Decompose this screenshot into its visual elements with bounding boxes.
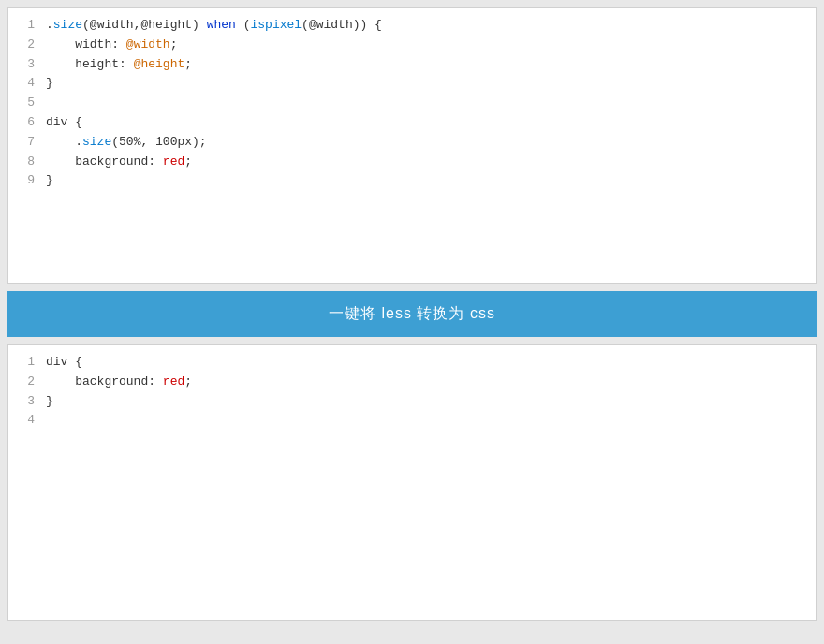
line-number: 2 [16, 36, 35, 55]
token: @width [126, 37, 170, 51]
line-number: 3 [16, 55, 35, 75]
token: background: [46, 154, 163, 168]
token: when [199, 18, 243, 32]
output-panel[interactable]: 1div {2 background: red;3}4 [7, 344, 817, 621]
line-content: background: red; [46, 373, 808, 392]
token: ; [199, 135, 207, 149]
token: div { [46, 115, 82, 129]
code-line: 1.size(@width,@height) when (ispixel(@wi… [8, 16, 816, 36]
line-number: 1 [16, 16, 35, 36]
token: ; [170, 37, 178, 51]
token: (50%, 100px) [111, 135, 199, 149]
line-content: } [46, 74, 808, 94]
line-number: 4 [16, 74, 35, 94]
token: ) { [360, 18, 382, 32]
line-number: 2 [16, 373, 35, 392]
code-line: 4} [8, 74, 816, 94]
token: background: [46, 374, 163, 388]
code-line: 4 [8, 411, 816, 431]
line-content: width: @width; [46, 36, 808, 55]
code-line: 9} [8, 171, 816, 191]
code-line: 1div { [8, 353, 816, 373]
code-line: 8 background: red; [8, 153, 816, 172]
code-line: 5 [8, 94, 816, 113]
code-line: 7 .size(50%, 100px); [8, 133, 816, 153]
line-content: div { [46, 353, 808, 373]
token: red [163, 374, 184, 388]
token: } [46, 173, 53, 187]
token: size [82, 135, 111, 149]
token: } [46, 394, 53, 408]
token: height: [46, 57, 134, 71]
line-number: 4 [16, 411, 35, 431]
input-panel[interactable]: 1.size(@width,@height) when (ispixel(@wi… [7, 7, 817, 284]
token: ispixel [250, 18, 302, 32]
code-line: 3} [8, 392, 816, 412]
line-content: background: red; [46, 153, 808, 172]
token: . [46, 135, 82, 149]
line-number: 8 [16, 153, 35, 172]
line-number: 3 [16, 392, 35, 412]
code-line: 3 height: @height; [8, 55, 816, 75]
line-content: div { [46, 113, 808, 133]
token: div { [46, 355, 82, 369]
token: ; [184, 154, 192, 168]
token: red [163, 154, 184, 168]
line-number: 6 [16, 113, 35, 133]
token: size [53, 18, 82, 32]
line-content: .size(50%, 100px); [46, 133, 808, 153]
line-number: 7 [16, 133, 35, 153]
line-content: .size(@width,@height) when (ispixel(@wid… [46, 16, 808, 36]
line-number: 9 [16, 171, 35, 191]
token: (@width) [302, 18, 360, 32]
token: ; [184, 374, 192, 388]
line-number: 5 [16, 94, 35, 113]
line-content: } [46, 171, 808, 191]
line-content: } [46, 392, 808, 412]
code-line: 6div { [8, 113, 816, 133]
line-content: height: @height; [46, 55, 808, 75]
token: } [46, 76, 53, 90]
token: . [46, 18, 53, 32]
token: ; [184, 57, 192, 71]
line-number: 1 [16, 353, 35, 373]
token: width: [46, 37, 126, 51]
code-line: 2 background: red; [8, 373, 816, 392]
token: @height [134, 57, 185, 71]
code-line: 2 width: @width; [8, 36, 816, 55]
convert-button[interactable]: 一键将 less 转换为 css [7, 291, 817, 337]
token: (@width,@height) [82, 18, 199, 32]
